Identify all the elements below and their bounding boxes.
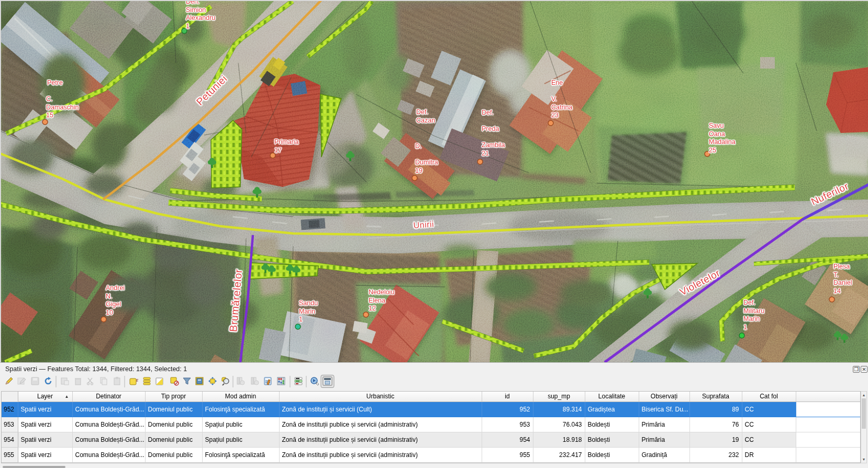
svg-text:ε: ε	[136, 376, 139, 383]
